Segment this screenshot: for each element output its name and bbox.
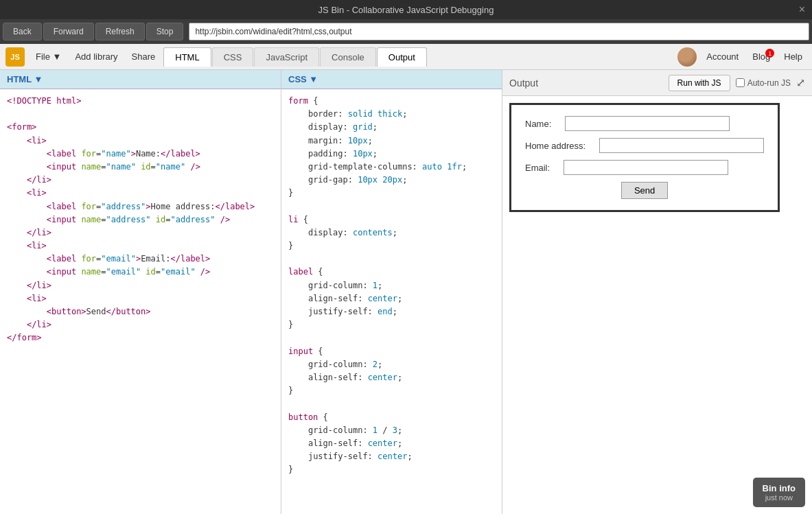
name-label: Name: [525, 119, 551, 129]
logo: JS [5, 47, 25, 67]
html-code: <!DOCTYPE html> <form> <li> <label for="… [7, 95, 274, 345]
bin-info-title: Bin info [763, 483, 796, 493]
form-email-row: Email: [525, 160, 764, 175]
blog-badge: 1 [765, 49, 774, 58]
html-panel-header[interactable]: HTML ▼ [0, 70, 281, 89]
email-input[interactable] [564, 160, 728, 175]
help-button[interactable]: Help [780, 49, 807, 65]
tab-console[interactable]: Console [320, 47, 376, 67]
send-button[interactable]: Send [621, 182, 668, 199]
back-button[interactable]: Back [3, 23, 42, 40]
bin-info-time: just now [763, 493, 796, 502]
file-button[interactable]: File ▼ [30, 49, 67, 65]
share-button[interactable]: Share [126, 49, 161, 65]
account-button[interactable]: Account [702, 49, 743, 65]
tab-output[interactable]: Output [377, 47, 427, 67]
form-btn-row: Send [525, 182, 764, 199]
titlebar-title: JS Bin - Collaborative JavaScript Debugg… [318, 5, 494, 15]
output-panel: Output Run with JS Auto-run JS ⤢ Name: H… [502, 70, 812, 514]
add-library-button[interactable]: Add library [69, 49, 123, 65]
forward-button[interactable]: Forward [43, 23, 94, 40]
autorun-label[interactable]: Auto-run JS [736, 78, 791, 88]
run-with-js-button[interactable]: Run with JS [669, 75, 730, 91]
url-bar[interactable] [189, 23, 809, 40]
tab-css[interactable]: CSS [212, 47, 254, 67]
tab-group: HTML CSS JavaScript Console Output [163, 47, 428, 67]
refresh-button[interactable]: Refresh [95, 23, 145, 40]
address-input[interactable] [599, 138, 764, 153]
output-title: Output [509, 78, 538, 89]
navbar: Back Forward Refresh Stop [0, 19, 812, 44]
avatar [677, 47, 697, 67]
css-code: form { border: solid thick; display: gri… [288, 95, 495, 476]
autorun-checkbox[interactable] [736, 78, 745, 87]
stop-button[interactable]: Stop [146, 23, 184, 40]
css-code-area[interactable]: form { border: solid thick; display: gri… [281, 89, 502, 514]
panels: HTML ▼ <!DOCTYPE html> <form> <li> <labe… [0, 70, 812, 514]
html-code-area[interactable]: <!DOCTYPE html> <form> <li> <label for="… [0, 89, 281, 514]
name-input[interactable] [565, 116, 730, 131]
form-address-row: Home address: [525, 138, 764, 153]
html-panel: HTML ▼ <!DOCTYPE html> <form> <li> <labe… [0, 70, 281, 514]
output-form-wrapper: Name: Home address: Email: Send [509, 103, 780, 212]
toolbar: JS File ▼ Add library Share HTML CSS Jav… [0, 44, 812, 70]
output-content: Name: Home address: Email: Send [502, 96, 812, 514]
titlebar: JS Bin - Collaborative JavaScript Debugg… [0, 0, 812, 19]
avatar-image [677, 47, 697, 67]
tab-html[interactable]: HTML [163, 47, 211, 67]
address-label: Home address: [525, 141, 585, 151]
email-label: Email: [525, 163, 550, 173]
output-header: Output Run with JS Auto-run JS ⤢ [502, 70, 812, 96]
css-panel-header[interactable]: CSS ▼ [281, 70, 502, 89]
tab-javascript[interactable]: JavaScript [254, 47, 319, 67]
form-name-row: Name: [525, 116, 764, 131]
toolbar-right: Account Blog 1 Help [677, 47, 807, 67]
bin-info[interactable]: Bin info just now [753, 478, 805, 507]
close-icon[interactable]: × [799, 3, 805, 16]
blog-button[interactable]: Blog 1 [748, 49, 774, 65]
css-panel: CSS ▼ form { border: solid thick; displa… [281, 70, 502, 514]
expand-icon[interactable]: ⤢ [796, 76, 805, 89]
